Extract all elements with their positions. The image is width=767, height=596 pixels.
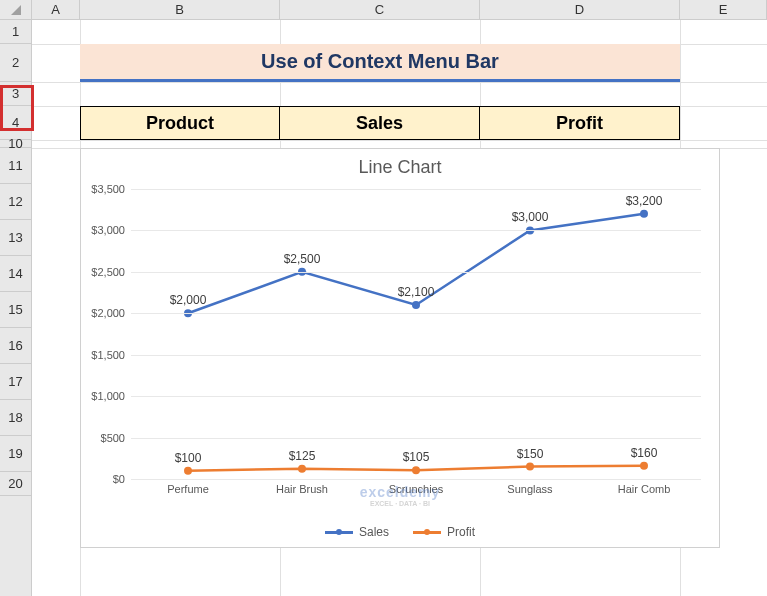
row-header-19[interactable]: 19: [0, 436, 31, 472]
chart-svg: [131, 189, 701, 479]
svg-point-7: [412, 466, 420, 474]
row-header-17[interactable]: 17: [0, 364, 31, 400]
legend-sales: Sales: [325, 525, 389, 539]
row-header-12[interactable]: 12: [0, 184, 31, 220]
row-header-20[interactable]: 20: [0, 472, 31, 496]
data-label: $105: [403, 450, 430, 464]
col-header-B[interactable]: B: [80, 0, 280, 19]
row-header-2[interactable]: 2: [0, 44, 31, 82]
data-label: $100: [175, 451, 202, 465]
col-header-D[interactable]: D: [480, 0, 680, 19]
x-tick-label: Perfume: [167, 483, 209, 495]
col-header-C[interactable]: C: [280, 0, 480, 19]
row-header-10[interactable]: 10: [0, 140, 31, 148]
y-axis: $0$500$1,000$1,500$2,000$2,500$3,000$3,5…: [81, 189, 129, 479]
row-header-16[interactable]: 16: [0, 328, 31, 364]
legend-profit-icon: [413, 531, 441, 534]
select-all-icon: [11, 5, 21, 15]
data-label: $2,100: [398, 285, 435, 299]
y-tick-label: $1,000: [91, 390, 125, 402]
x-tick-label: Hair Comb: [618, 483, 671, 495]
x-tick-label: Scrunchies: [389, 483, 443, 495]
data-label: $3,200: [626, 194, 663, 208]
data-label: $125: [289, 449, 316, 463]
y-tick-label: $2,500: [91, 266, 125, 278]
col-header-A[interactable]: A: [32, 0, 80, 19]
legend-sales-label: Sales: [359, 525, 389, 539]
y-tick-label: $2,000: [91, 307, 125, 319]
data-label: $160: [631, 446, 658, 460]
svg-point-2: [412, 301, 420, 309]
table-header-row: Product Sales Profit: [80, 106, 680, 140]
data-label: $3,000: [512, 210, 549, 224]
legend-profit-label: Profit: [447, 525, 475, 539]
svg-point-5: [184, 467, 192, 475]
legend-profit: Profit: [413, 525, 475, 539]
y-tick-label: $3,500: [91, 183, 125, 195]
column-header-row: A B C D E: [0, 0, 767, 20]
data-label: $2,000: [170, 293, 207, 307]
line-chart[interactable]: Line Chart $0$500$1,000$1,500$2,000$2,50…: [80, 148, 720, 548]
y-tick-label: $3,000: [91, 224, 125, 236]
watermark-sub: EXCEL · DATA · BI: [360, 500, 441, 507]
page-title: Use of Context Menu Bar: [261, 50, 499, 73]
row-header-18[interactable]: 18: [0, 400, 31, 436]
svg-point-9: [640, 462, 648, 470]
th-product[interactable]: Product: [80, 106, 280, 140]
y-tick-label: $1,500: [91, 349, 125, 361]
legend: Sales Profit: [81, 525, 719, 539]
col-header-E[interactable]: E: [680, 0, 767, 19]
row-header-11[interactable]: 11: [0, 148, 31, 184]
title-banner: Use of Context Menu Bar: [80, 44, 680, 82]
cell-grid[interactable]: Use of Context Menu Bar Product Sales Pr…: [32, 20, 767, 596]
x-tick-label: Sunglass: [507, 483, 552, 495]
x-tick-label: Hair Brush: [276, 483, 328, 495]
row-header-1[interactable]: 1: [0, 20, 31, 44]
row-header-14[interactable]: 14: [0, 256, 31, 292]
th-sales[interactable]: Sales: [280, 106, 480, 140]
svg-point-4: [640, 210, 648, 218]
legend-sales-icon: [325, 531, 353, 534]
y-tick-label: $0: [113, 473, 125, 485]
th-profit[interactable]: Profit: [480, 106, 680, 140]
y-tick-label: $500: [101, 432, 125, 444]
data-label: $150: [517, 447, 544, 461]
select-all-corner[interactable]: [0, 0, 32, 19]
row-header-13[interactable]: 13: [0, 220, 31, 256]
x-axis: PerfumeHair BrushScrunchiesSunglassHair …: [131, 481, 701, 501]
svg-point-8: [526, 463, 534, 471]
chart-title: Line Chart: [81, 149, 719, 182]
hidden-rows-highlight: [0, 85, 34, 131]
data-label: $2,500: [284, 252, 321, 266]
row-header-15[interactable]: 15: [0, 292, 31, 328]
svg-point-6: [298, 465, 306, 473]
plot-area: $2,000$2,500$2,100$3,000$3,200$100$125$1…: [131, 189, 701, 479]
